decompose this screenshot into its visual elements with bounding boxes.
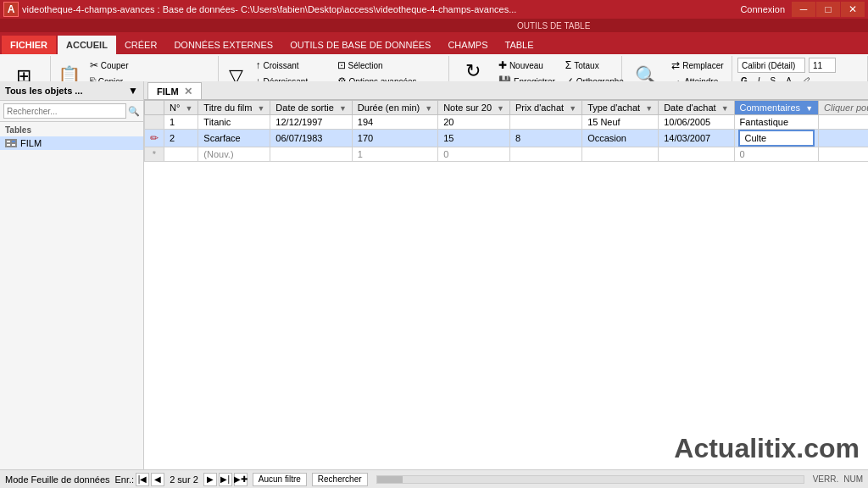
tab-champs[interactable]: CHAMPS <box>439 36 496 54</box>
remplacer-button[interactable]: ⇄ Remplacer <box>668 58 733 73</box>
main-content: FILM ✕ N° ▼ Titre du film ▼ Date de sort… <box>144 81 868 469</box>
cell-add-col[interactable] <box>819 130 868 147</box>
remplacer-icon: ⇄ <box>671 59 680 71</box>
nav-controls: Enr.: |◀ ◀ 2 sur 2 ▶ ▶| ▶✚ <box>115 473 248 486</box>
cell-date_sortie[interactable]: 06/07/1983 <box>270 130 352 147</box>
cell-prix[interactable]: 8 <box>510 130 582 147</box>
mode-label: Mode Feuille de données <box>5 474 110 485</box>
row-selector[interactable] <box>145 115 164 130</box>
th-date-achat[interactable]: Date d'achat ▼ <box>659 101 734 115</box>
cell-commentaires[interactable] <box>734 130 819 147</box>
cell-note[interactable]: 20 <box>438 115 510 130</box>
cell-titre[interactable]: (Nouv.) <box>198 147 270 162</box>
cell-note[interactable]: 15 <box>438 130 510 147</box>
selection-label: Sélection <box>348 61 383 70</box>
cell-date_achat[interactable]: 10/06/2005 <box>659 115 734 130</box>
th-prix[interactable]: Prix d'achat ▼ <box>510 101 582 115</box>
cell-date_sortie[interactable]: 12/12/1997 <box>270 115 352 130</box>
nouveau-button[interactable]: ✚ Nouveau <box>495 58 559 73</box>
th-type-achat[interactable]: Type d'achat ▼ <box>582 101 659 115</box>
first-record-btn[interactable]: |◀ <box>136 473 149 486</box>
cell-note[interactable]: 0 <box>438 147 510 162</box>
nav-title: Tous les objets ... <box>5 86 82 96</box>
totaux-button[interactable]: Σ Totaux <box>562 58 627 73</box>
th-duree[interactable]: Durée (en min) ▼ <box>352 101 437 115</box>
cell-commentaires[interactable]: Fantastique <box>734 115 819 130</box>
status-right: VERR. NUM <box>813 474 863 484</box>
table-header-row: N° ▼ Titre du film ▼ Date de sortie ▼ Du… <box>145 101 869 115</box>
edit-input-commentaires[interactable] <box>740 131 814 145</box>
th-note[interactable]: Note sur 20 ▼ <box>438 101 510 115</box>
cell-duree[interactable]: 1 <box>352 147 437 162</box>
selection-button[interactable]: ⊡ Sélection <box>334 58 446 73</box>
tab-fichier[interactable]: FICHIER <box>2 36 56 54</box>
actualiser-icon: ↻ <box>465 62 481 80</box>
cell-commentaires[interactable]: 0 <box>734 147 819 162</box>
record-count: 2 sur 2 <box>170 474 198 485</box>
search-record-button[interactable]: Rechercher <box>312 473 368 486</box>
cell-date_achat[interactable] <box>659 147 734 162</box>
row-selector[interactable]: ✏ <box>145 130 164 147</box>
tab-outils-base[interactable]: OUTILS DE BASE DE DONNÉES <box>281 36 439 54</box>
cell-add-col[interactable] <box>819 147 868 162</box>
nav-header[interactable]: Tous les objets ... ▼ <box>0 81 143 101</box>
minimize-button[interactable]: ─ <box>792 2 815 17</box>
cell-num[interactable] <box>164 147 198 162</box>
th-commentaires[interactable]: Commentaires ▼ <box>734 101 819 115</box>
cell-duree[interactable]: 170 <box>352 130 437 147</box>
remplacer-label: Remplacer <box>682 61 723 70</box>
th-add-col[interactable]: Cliquer pour ajouter <box>819 101 868 115</box>
cell-date_sortie[interactable] <box>270 147 352 162</box>
cell-titre[interactable]: Scarface <box>198 130 270 147</box>
maximize-button[interactable]: □ <box>816 2 840 17</box>
nav-item-film-label: FILM <box>20 138 42 148</box>
cell-duree[interactable]: 194 <box>352 115 437 130</box>
tab-accueil[interactable]: ACCUEIL <box>58 36 116 54</box>
th-titre[interactable]: Titre du film ▼ <box>198 101 270 115</box>
tab-close-icon[interactable]: ✕ <box>184 86 192 97</box>
size-selector[interactable]: 11 <box>809 58 836 73</box>
couper-button[interactable]: ✂ Couper <box>86 58 213 73</box>
tables-section-label: Tables <box>0 122 143 136</box>
cell-titre[interactable]: Titanic <box>198 115 270 130</box>
verr-label: VERR. <box>813 474 839 484</box>
next-record-btn[interactable]: ▶ <box>203 473 217 486</box>
couper-label: Couper <box>101 61 129 70</box>
font-selector[interactable]: Calibri (Détail) <box>737 58 805 73</box>
croissant-button[interactable]: ↑ Croissant <box>252 58 330 73</box>
cell-date_achat[interactable]: 14/03/2007 <box>659 130 734 147</box>
tools-label: OUTILS DE TABLE <box>517 21 590 30</box>
search-icon[interactable]: 🔍 <box>128 106 140 117</box>
cell-add-col[interactable] <box>819 115 868 130</box>
cell-prix[interactable] <box>510 147 582 162</box>
th-num[interactable]: N° ▼ <box>164 101 198 115</box>
cell-prix[interactable] <box>510 115 582 130</box>
title-bar: A videotheque-4-champs-avances : Base de… <box>0 0 868 19</box>
cell-type_achat[interactable]: Occasion <box>582 130 659 147</box>
search-box: 🔍 <box>0 101 143 122</box>
table-tab-film[interactable]: FILM ✕ <box>147 82 202 99</box>
title-text: videotheque-4-champs-avances : Base de d… <box>22 4 740 14</box>
selection-icon: ⊡ <box>337 59 346 71</box>
prev-record-btn[interactable]: ◀ <box>151 473 164 486</box>
status-left: Mode Feuille de données <box>5 474 110 485</box>
last-record-btn[interactable]: ▶| <box>219 473 232 486</box>
croissant-label: Croissant <box>263 61 298 70</box>
nav-menu-icon[interactable]: ▼ <box>128 85 138 97</box>
scroll-bar[interactable] <box>376 475 804 484</box>
th-date-sortie[interactable]: Date de sortie ▼ <box>270 101 352 115</box>
tab-creer[interactable]: CRÉER <box>116 36 166 54</box>
cell-type_achat[interactable]: 15 Neuf <box>582 115 659 130</box>
cell-num[interactable]: 1 <box>164 115 198 130</box>
close-button[interactable]: ✕ <box>841 2 865 17</box>
new-record-btn[interactable]: ▶✚ <box>234 473 248 486</box>
nav-item-film[interactable]: FILM <box>0 136 143 150</box>
connexion-button[interactable]: Connexion <box>740 4 785 14</box>
tab-donnees-externes[interactable]: DONNÉES EXTERNES <box>165 36 281 54</box>
search-input[interactable] <box>3 103 126 119</box>
cell-num[interactable]: 2 <box>164 130 198 147</box>
cell-type_achat[interactable] <box>582 147 659 162</box>
no-filter-button[interactable]: Aucun filtre <box>253 473 307 486</box>
tab-table[interactable]: TABLE <box>496 36 542 54</box>
row-selector[interactable]: * <box>145 147 164 162</box>
